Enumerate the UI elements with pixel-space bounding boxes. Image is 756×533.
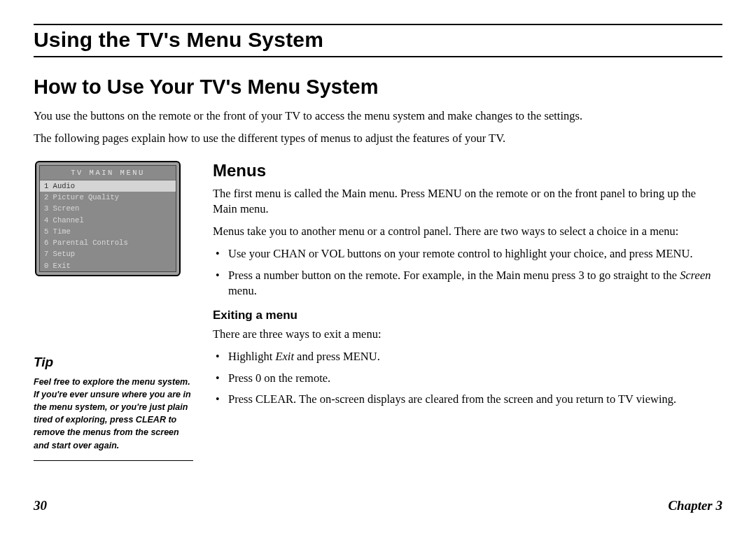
tip-block: Tip Feel free to explore the menu system… — [34, 355, 193, 461]
page-footer: 30 Chapter 3 — [34, 498, 722, 513]
tv-menu-inner: TV MAIN MENU 1 Audio 2 Picture Quality 3… — [39, 165, 176, 272]
chapter-header: Using the TV's Menu System — [34, 24, 722, 57]
menus-paragraph-2: Menus take you to another menu or a cont… — [213, 224, 722, 239]
menus-heading: Menus — [213, 161, 722, 180]
list-item: Press CLEAR. The on-screen displays are … — [228, 392, 722, 407]
tv-menu-title: TV MAIN MENU — [40, 166, 176, 180]
tv-menu-illustration: TV MAIN MENU 1 Audio 2 Picture Quality 3… — [35, 161, 181, 276]
intro-paragraph-1: You use the buttons on the remote or the… — [34, 108, 678, 124]
tv-menu-item: 1 Audio — [40, 180, 176, 192]
page-heading: How to Use Your TV's Menu System — [34, 76, 722, 99]
tv-menu-item: 5 Time — [40, 226, 176, 237]
list-item: Highlight Exit and press MENU. — [228, 349, 722, 364]
list-item: Press 0 on the remote. — [228, 371, 722, 386]
tv-menu-item: 2 Picture Quality — [40, 192, 176, 203]
exiting-bullets: Highlight Exit and press MENU. Press 0 o… — [213, 349, 722, 407]
list-item: Press a number button on the remote. For… — [228, 268, 722, 299]
intro-paragraph-2: The following pages explain how to use t… — [34, 131, 678, 146]
tv-menu-item: 4 Channel — [40, 215, 176, 226]
tv-menu-item: 6 Parental Controls — [40, 237, 176, 248]
exiting-paragraph: There are three ways to exit a menu: — [213, 327, 722, 342]
exiting-heading: Exiting a menu — [213, 308, 722, 322]
content-columns: TV MAIN MENU 1 Audio 2 Picture Quality 3… — [34, 161, 722, 461]
tv-menu-item: 0 Exit — [40, 260, 176, 271]
page-number: 30 — [34, 498, 47, 513]
chapter-title: Using the TV's Menu System — [34, 28, 722, 52]
tip-body: Feel free to explore the menu system. If… — [34, 376, 193, 452]
right-column: Menus The first menu is called the Main … — [213, 161, 722, 461]
tip-title: Tip — [34, 355, 193, 370]
menus-bullets: Use your CHAN or VOL buttons on your rem… — [213, 246, 722, 299]
left-column: TV MAIN MENU 1 Audio 2 Picture Quality 3… — [34, 161, 199, 461]
chapter-label: Chapter 3 — [668, 498, 722, 513]
tv-menu-item: 3 Screen — [40, 203, 176, 214]
list-item: Use your CHAN or VOL buttons on your rem… — [228, 246, 722, 262]
menus-paragraph-1: The first menu is called the Main menu. … — [213, 186, 722, 218]
tv-menu-item: 7 Setup — [40, 248, 176, 260]
